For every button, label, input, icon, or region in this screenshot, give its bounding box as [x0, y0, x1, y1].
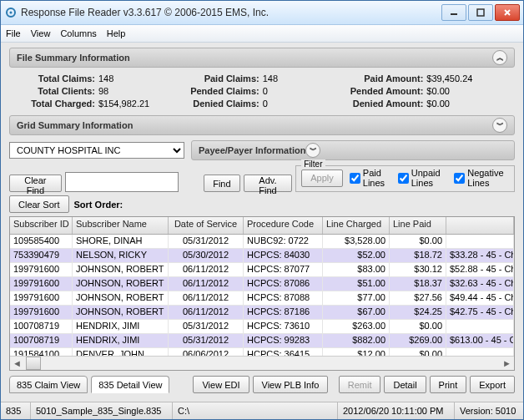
cell: JOHNSON, ROBERT	[73, 306, 169, 319]
statusbar: 835 5010_Sample_835_Single.835 C:\ 2012/…	[1, 402, 523, 419]
scroll-thumb[interactable]	[26, 357, 41, 370]
cell: JOHNSON, ROBERT	[73, 291, 169, 305]
minimize-button[interactable]	[441, 4, 466, 21]
expand-icon[interactable]: ︾	[492, 118, 507, 133]
table-row[interactable]: 100708719HENDRIX, JIMI05/31/2012HCPCS: 9…	[10, 334, 514, 348]
pended-claims-label: Pended Claims:	[180, 85, 259, 98]
file-summary-header[interactable]: File Summary Information ︽	[9, 48, 515, 68]
export-button[interactable]: Export	[470, 376, 515, 393]
adv-find-button[interactable]: Adv. Find	[244, 175, 293, 192]
cell: $12.00	[323, 348, 390, 356]
apply-filter-button[interactable]: Apply	[301, 170, 343, 187]
cell: 191584100	[10, 348, 73, 356]
tab-835-detail-view[interactable]: 835 Detail View	[91, 376, 169, 393]
print-button[interactable]: Print	[430, 376, 467, 393]
cell: $18.72	[390, 249, 446, 262]
cell: JOHNSON, ROBERT	[73, 263, 169, 276]
col-extra[interactable]	[446, 217, 514, 234]
table-row[interactable]: 109585400SHORE, DINAH05/31/2012NUBC92: 0…	[10, 235, 514, 249]
col-subscriber-name[interactable]: Subscriber Name	[73, 217, 169, 234]
scroll-right-icon[interactable]: ►	[500, 358, 514, 368]
window-title: Response File Reader v3.3.617 © 2006-201…	[21, 7, 440, 18]
col-date-of-service[interactable]: Date of Service	[169, 217, 244, 234]
expand-icon[interactable]: ︾	[305, 143, 320, 158]
collapse-icon[interactable]: ︽	[492, 50, 507, 65]
payee-combo[interactable]: COUNTY HOSPITAL INC	[9, 142, 184, 159]
titlebar: Response File Reader v3.3.617 © 2006-201…	[1, 1, 523, 25]
cell: 199791600	[10, 291, 73, 305]
menu-columns[interactable]: Columns	[60, 28, 96, 38]
menu-help[interactable]: Help	[107, 28, 126, 38]
col-line-charged[interactable]: Line Charged	[323, 217, 390, 234]
grid-summary-title: Grid Summary Information	[17, 120, 133, 130]
app-window: Response File Reader v3.3.617 © 2006-201…	[0, 0, 524, 420]
scroll-left-icon[interactable]: ◄	[10, 358, 24, 368]
cell: HCPCS: 87186	[244, 306, 323, 319]
window-buttons	[440, 4, 520, 21]
bottom-toolbar: 835 Claim View 835 Detail View View EDI …	[9, 371, 515, 397]
table-row[interactable]: 199791600JOHNSON, ROBERT06/11/2012HCPCS:…	[10, 291, 514, 306]
payee-header[interactable]: Payee/Payer Information ︾	[191, 140, 515, 160]
status-path: C:\	[173, 402, 338, 419]
file-summary-title: File Summary Information	[17, 53, 130, 63]
file-summary-body: Total Claims:148 Total Clients:98 Total …	[9, 71, 515, 115]
table-row[interactable]: 100708719HENDRIX, JIMI05/31/2012HCPCS: 7…	[10, 320, 514, 334]
denied-claims-value: 0	[263, 98, 268, 110]
cell	[446, 348, 514, 356]
table-row[interactable]: 199791600JOHNSON, ROBERT06/11/2012HCPCS:…	[10, 306, 514, 320]
grid-body[interactable]: 109585400SHORE, DINAH05/31/2012NUBC92: 0…	[10, 235, 514, 356]
cell: 109585400	[10, 235, 73, 248]
grid-hscroll[interactable]: ◄ ►	[10, 356, 514, 370]
cell: 06/11/2012	[169, 263, 244, 276]
table-row[interactable]: 199791600JOHNSON, ROBERT06/11/2012HCPCS:…	[10, 263, 514, 277]
view-edi-button[interactable]: View EDI	[193, 376, 249, 393]
find-button[interactable]: Find	[204, 175, 239, 192]
pended-claims-value: 0	[263, 85, 268, 98]
cell: $32.63 - 45 - Charge exce	[446, 277, 514, 291]
cell: $27.56	[390, 291, 446, 305]
cell: $42.75 - 45 - Charge exce	[446, 306, 514, 319]
col-procedure-code[interactable]: Procedure Code	[244, 217, 323, 234]
svg-point-1	[10, 12, 13, 14]
cell: $67.00	[323, 306, 390, 319]
cell: $24.25	[390, 306, 446, 319]
col-line-paid[interactable]: Line Paid	[390, 217, 446, 234]
view-plb-button[interactable]: View PLB Info	[253, 376, 329, 393]
col-subscriber-id[interactable]: Subscriber ID	[10, 217, 73, 234]
cell: $83.00	[323, 263, 390, 276]
cell: 05/31/2012	[169, 334, 244, 347]
remit-button[interactable]: Remit	[339, 376, 381, 393]
maximize-button[interactable]	[468, 4, 493, 21]
negative-lines-checkbox[interactable]: Negative Lines	[454, 168, 509, 188]
find-input[interactable]	[65, 172, 179, 192]
unpaid-lines-checkbox[interactable]: Unpaid Lines	[398, 168, 447, 188]
cell: HCPCS: 99283	[244, 334, 323, 347]
close-button[interactable]	[495, 4, 520, 21]
payee-title: Payee/Payer Information	[199, 145, 305, 155]
paid-lines-checkbox[interactable]: Paid Lines	[350, 168, 391, 188]
menu-file[interactable]: File	[6, 28, 21, 38]
status-time: 2012/06/20 10:11:00 PM	[338, 402, 455, 419]
menu-view[interactable]: View	[31, 28, 51, 38]
cell: HCPCS: 87077	[244, 263, 323, 276]
table-row[interactable]: 199791600JOHNSON, ROBERT06/11/2012HCPCS:…	[10, 277, 514, 291]
tab-835-claim-view[interactable]: 835 Claim View	[9, 376, 88, 393]
total-charged-value: $154,982.21	[98, 98, 149, 110]
cell: 05/31/2012	[169, 320, 244, 333]
denied-amount-label: Denied Amount:	[344, 98, 423, 110]
detail-button[interactable]: Detail	[384, 376, 426, 393]
cell: $0.00	[390, 348, 446, 356]
cell: $882.00	[323, 334, 390, 347]
cell: 06/11/2012	[169, 277, 244, 291]
table-row[interactable]: 753390479NELSON, RICKY05/30/2012HCPCS: 8…	[10, 249, 514, 263]
grid-summary-header[interactable]: Grid Summary Information ︾	[9, 115, 515, 135]
filter-legend: Filter	[301, 159, 325, 169]
clear-sort-button[interactable]: Clear Sort	[9, 195, 69, 213]
cell: $52.00	[323, 249, 390, 262]
paid-amount-label: Paid Amount:	[344, 73, 423, 85]
table-row[interactable]: 191584100DENVER, JOHN06/06/2012HCPCS: 36…	[10, 348, 514, 356]
cell: HENDRIX, JIMI	[73, 320, 169, 333]
clear-find-button[interactable]: Clear Find	[9, 175, 62, 192]
cell: $30.12	[390, 263, 446, 276]
cell: HCPCS: 87086	[244, 277, 323, 291]
